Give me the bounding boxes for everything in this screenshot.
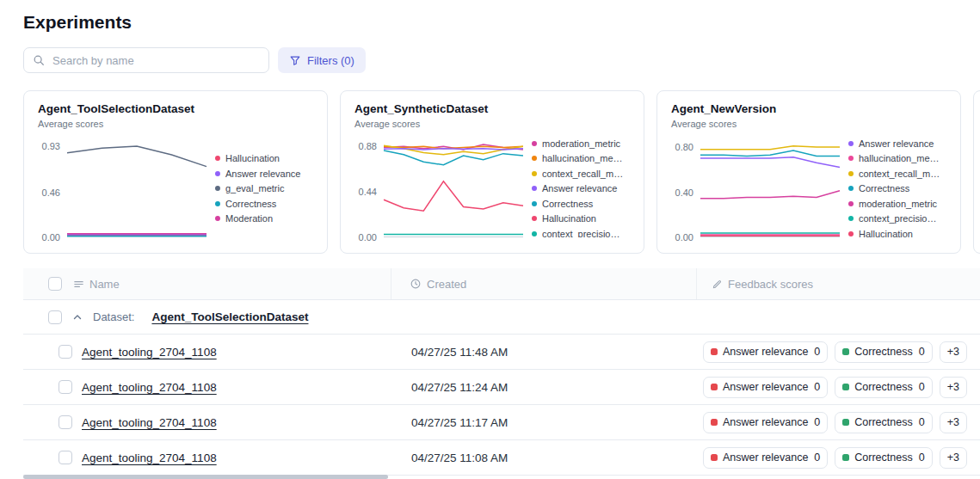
select-all-checkbox[interactable] (48, 277, 62, 291)
toolbar: Filters (0) (23, 47, 980, 73)
chart-line (700, 150, 840, 156)
experiment-card[interactable]: Agent_ToolSelectionDataset Average score… (23, 90, 328, 254)
line-chart (67, 139, 206, 237)
experiment-name-link[interactable]: Agent_tooling_2704_1108 (82, 381, 217, 394)
y-tick-label: 0.00 (42, 232, 60, 243)
legend-item: Correctness (532, 199, 630, 209)
name-cell: Agent_tooling_2704_1108 (23, 345, 391, 359)
experiment-cards-row: Agent_ToolSelectionDataset Average score… (23, 90, 980, 254)
dataset-group-row[interactable]: Dataset: Agent_ToolSelectionDataset (23, 300, 980, 335)
column-label-name: Name (89, 278, 120, 291)
score-dot (711, 348, 718, 355)
more-scores-badge[interactable]: +3 (940, 377, 967, 398)
table-row[interactable]: Agent_tooling_2704_1108 04/27/25 11:17 A… (23, 405, 980, 440)
y-tick-label: 0.88 (359, 141, 377, 151)
legend-dot (848, 171, 854, 176)
table-row[interactable]: Agent_tooling_2704_1108 04/27/25 11:24 A… (23, 370, 980, 405)
table-row[interactable]: Agent_tooling_2704_1108 04/27/25 11:08 A… (23, 440, 980, 476)
feedback-score-badge[interactable]: Correctness0 (835, 341, 932, 363)
column-header-created[interactable]: Created (391, 268, 697, 299)
row-checkbox[interactable] (59, 451, 72, 464)
feedback-score-badge[interactable]: Answer relevance0 (703, 341, 828, 363)
name-cell: Agent_tooling_2704_1108 (23, 415, 391, 429)
filters-button[interactable]: Filters (0) (278, 47, 366, 73)
legend-label: Moderation (225, 213, 273, 224)
legend-item: context_recall_m… (848, 169, 946, 179)
experiment-name-link[interactable]: Agent_tooling_2704_1108 (82, 346, 217, 359)
feedback-score-badge[interactable]: Correctness0 (835, 412, 932, 433)
more-scores-badge[interactable]: +3 (940, 341, 967, 363)
group-checkbox[interactable] (48, 310, 62, 324)
pencil-icon (712, 279, 723, 290)
column-header-name[interactable]: Name (23, 268, 391, 299)
chart-line (384, 149, 523, 150)
search-input[interactable] (51, 53, 260, 68)
y-tick-label: 0.00 (675, 232, 693, 243)
feedback-score-badge[interactable]: Answer relevance0 (703, 377, 828, 398)
legend-item: moderation_metric (848, 199, 946, 209)
experiment-card[interactable]: Agent_NewVersion Average scores 0.800.40… (656, 90, 961, 254)
chart-line (384, 181, 523, 211)
column-label-feedback-scores: Feedback scores (728, 278, 813, 291)
collapse-chevron-icon[interactable] (72, 312, 83, 322)
legend-label: context_precisio… (542, 229, 620, 238)
horizontal-scrollbar[interactable] (23, 475, 388, 479)
score-value: 0 (814, 346, 820, 358)
score-label: Answer relevance (723, 451, 808, 464)
chart-legend: HallucinationAnswer relevanceg_eval_metr… (206, 139, 313, 237)
created-cell: 04/27/25 11:24 AM (391, 381, 697, 394)
feedback-score-badge[interactable]: Answer relevance0 (703, 412, 828, 433)
experiment-name-link[interactable]: Agent_tooling_2704_1108 (82, 451, 217, 464)
legend-dot (532, 156, 537, 161)
row-checkbox[interactable] (59, 345, 72, 359)
more-scores-badge[interactable]: +3 (940, 412, 967, 433)
legend-dot (848, 156, 854, 161)
legend-label: hallucination_me… (859, 153, 940, 163)
score-label: Answer relevance (723, 346, 808, 358)
y-tick-label: 0.40 (675, 187, 693, 198)
y-tick-label: 0.93 (42, 141, 60, 151)
chart-legend: Answer relevancehallucination_me…context… (840, 139, 946, 237)
score-dot (842, 419, 849, 426)
feedback-score-badge[interactable]: Answer relevance0 (703, 447, 828, 469)
legend-item: Hallucination (848, 229, 946, 238)
line-chart (700, 139, 840, 237)
chart-line (67, 146, 206, 167)
experiment-card-partial (973, 90, 980, 254)
feedback-score-badge[interactable]: Correctness0 (835, 447, 932, 469)
score-dot (711, 384, 718, 390)
card-title[interactable]: Agent_ToolSelectionDataset (38, 102, 313, 115)
dataset-group-link[interactable]: Agent_ToolSelectionDataset (151, 310, 308, 323)
card-chart-body: 0.800.400.00 Answer relevancehallucinati… (671, 139, 946, 237)
search-box[interactable] (23, 47, 269, 73)
legend-dot (848, 231, 854, 236)
row-checkbox[interactable] (59, 380, 72, 394)
filters-button-label: Filters (0) (307, 54, 354, 67)
legend-label: Correctness (542, 199, 593, 209)
experiment-card[interactable]: Agent_SyntheticDataset Average scores 0.… (340, 90, 644, 254)
score-dot (711, 419, 718, 426)
score-value: 0 (814, 416, 820, 428)
column-header-feedback-scores[interactable]: Feedback scores (697, 268, 980, 299)
legend-label: g_eval_metric (225, 183, 284, 193)
legend-dot (215, 201, 220, 206)
text-rows-icon (73, 279, 84, 290)
score-value: 0 (814, 451, 820, 464)
card-subtitle: Average scores (354, 119, 630, 129)
y-axis: 0.930.460.00 (38, 139, 67, 237)
legend-dot (215, 216, 220, 221)
card-title[interactable]: Agent_NewVersion (671, 102, 946, 115)
legend-label: context_recall_m… (859, 169, 940, 179)
legend-label: Hallucination (225, 153, 280, 163)
score-dot (842, 454, 849, 461)
score-dot (842, 384, 849, 390)
row-checkbox[interactable] (59, 415, 72, 429)
column-label-created: Created (427, 278, 466, 291)
experiment-name-link[interactable]: Agent_tooling_2704_1108 (82, 416, 217, 429)
feedback-score-badge[interactable]: Correctness0 (835, 377, 932, 398)
card-title[interactable]: Agent_SyntheticDataset (354, 102, 630, 115)
more-scores-badge[interactable]: +3 (940, 447, 967, 469)
y-tick-label: 0.44 (359, 187, 377, 197)
score-value: 0 (814, 381, 820, 393)
table-row[interactable]: Agent_tooling_2704_1108 04/27/25 11:48 A… (23, 335, 980, 370)
